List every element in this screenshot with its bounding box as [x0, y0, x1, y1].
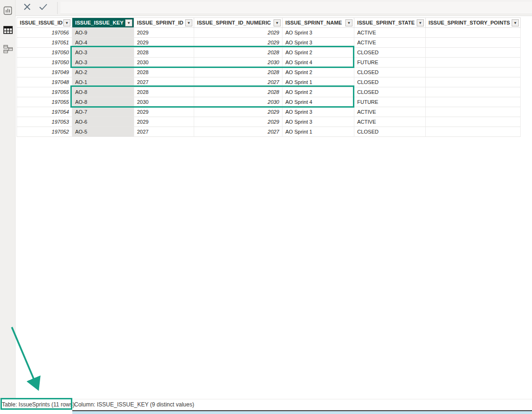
table-cell[interactable]	[426, 87, 521, 97]
table-cell[interactable]: 2028	[134, 87, 194, 97]
filter-dropdown-button[interactable]: ▾	[512, 19, 519, 26]
table-cell[interactable]: 2029	[194, 107, 283, 117]
filter-dropdown-button[interactable]: ▾	[125, 19, 132, 26]
table-cell[interactable]	[426, 127, 521, 137]
table-cell[interactable]: AO Sprint 4	[283, 58, 354, 68]
table-cell[interactable]: 197049	[17, 68, 72, 77]
table-cell[interactable]: 2028	[134, 68, 194, 77]
table-cell[interactable]: 2028	[194, 87, 283, 97]
table-cell[interactable]: 2027	[134, 127, 194, 137]
table-cell[interactable]: AO-3	[72, 58, 134, 68]
table-cell[interactable]: AO Sprint 2	[283, 68, 354, 77]
table-cell[interactable]: 2029	[134, 38, 194, 48]
table-cell[interactable]: 2029	[194, 28, 283, 38]
table-cell[interactable]: ACTIVE	[354, 107, 426, 117]
table-cell[interactable]: 2028	[194, 48, 283, 58]
table-cell[interactable]: CLOSED	[354, 127, 426, 137]
table-cell[interactable]: 2027	[194, 77, 283, 87]
table-cell[interactable]: 2027	[194, 127, 283, 137]
table-cell[interactable]: AO Sprint 1	[283, 127, 354, 137]
table-cell[interactable]: FUTURE	[354, 97, 426, 107]
table-cell[interactable]: AO-1	[72, 77, 134, 87]
model-view-button[interactable]	[0, 41, 16, 58]
column-header-issue_sprint_story_points[interactable]: ISSUE_SPRINT_STORY_POINTS▾	[426, 18, 521, 28]
table-cell[interactable]	[426, 77, 521, 87]
table-cell[interactable]: 197052	[17, 127, 72, 137]
table-cell[interactable]: CLOSED	[354, 87, 426, 97]
table-cell[interactable]: AO Sprint 3	[283, 117, 354, 127]
table-cell[interactable]: AO-8	[72, 97, 134, 107]
column-header-issue_issue_id[interactable]: ISSUE_ISSUE_ID▾	[17, 18, 72, 28]
table-cell[interactable]	[426, 38, 521, 48]
table-cell[interactable]: AO Sprint 4	[283, 97, 354, 107]
table-cell[interactable]: 197055	[17, 87, 72, 97]
table-cell[interactable]	[426, 97, 521, 107]
filter-dropdown-button[interactable]: ▾	[345, 19, 352, 26]
table-cell[interactable]: 2030	[134, 97, 194, 107]
table-cell[interactable]: AO-6	[72, 117, 134, 127]
column-header-issue_sprint_id[interactable]: ISSUE_SPRINT_ID▾	[134, 18, 194, 28]
chevron-down-icon: ▾	[128, 21, 129, 25]
column-header-issue_sprint_id_numeric[interactable]: ISSUE_SPRINT_ID_NUMERIC▾	[194, 18, 283, 28]
table-cell[interactable]	[426, 48, 521, 58]
table-cell[interactable]: AO Sprint 2	[283, 48, 354, 58]
table-cell[interactable]: AO Sprint 3	[283, 107, 354, 117]
table-cell[interactable]: ACTIVE	[354, 117, 426, 127]
table-cell[interactable]: 2029	[134, 117, 194, 127]
table-cell[interactable]: AO Sprint 3	[283, 28, 354, 38]
table-cell[interactable]: 197056	[17, 28, 72, 38]
table-cell[interactable]: AO Sprint 3	[283, 38, 354, 48]
table-cell[interactable]: AO Sprint 1	[283, 77, 354, 87]
table-cell[interactable]	[426, 68, 521, 77]
table-cell[interactable]: CLOSED	[354, 68, 426, 77]
table-cell[interactable]: 2029	[134, 107, 194, 117]
filter-dropdown-button[interactable]: ▾	[274, 19, 281, 26]
table-cell[interactable]: 197055	[17, 97, 72, 107]
commit-button[interactable]	[35, 1, 51, 15]
column-header-issue_sprint_name[interactable]: ISSUE_SPRINT_NAME▾	[283, 18, 354, 28]
formula-bar-input[interactable]	[60, 2, 532, 14]
table-grid-icon	[3, 26, 13, 34]
table-cell[interactable]: AO-2	[72, 68, 134, 77]
table-cell[interactable]: 197051	[17, 38, 72, 48]
table-cell[interactable]: ACTIVE	[354, 28, 426, 38]
table-cell[interactable]: CLOSED	[354, 48, 426, 58]
column-header-issue_sprint_state[interactable]: ISSUE_SPRINT_STATE▾	[354, 18, 426, 28]
table-cell[interactable]: 197050	[17, 48, 72, 58]
table-cell[interactable]: FUTURE	[354, 58, 426, 68]
table-cell[interactable]: AO-3	[72, 48, 134, 58]
table-cell[interactable]	[426, 107, 521, 117]
table-cell[interactable]: CLOSED	[354, 77, 426, 87]
table-cell[interactable]: 2029	[194, 38, 283, 48]
report-view-button[interactable]	[0, 2, 16, 19]
filter-dropdown-button[interactable]: ▾	[185, 19, 192, 26]
table-cell[interactable]: AO-5	[72, 127, 134, 137]
table-cell[interactable]: 2028	[194, 68, 283, 77]
table-cell[interactable]	[426, 117, 521, 127]
table-cell[interactable]: 2030	[194, 58, 283, 68]
table-row: 197056AO-920292029AO Sprint 3ACTIVE	[17, 28, 521, 38]
table-cell[interactable]: 197050	[17, 58, 72, 68]
table-cell[interactable]: AO Sprint 2	[283, 87, 354, 97]
table-cell[interactable]: 197053	[17, 117, 72, 127]
table-cell[interactable]: 2027	[134, 77, 194, 87]
table-cell[interactable]: AO-8	[72, 87, 134, 97]
table-cell[interactable]: 2028	[134, 48, 194, 58]
data-view-button[interactable]	[0, 21, 16, 38]
table-cell[interactable]: AO-4	[72, 38, 134, 48]
table-cell[interactable]: AO-7	[72, 107, 134, 117]
table-cell[interactable]: 2029	[134, 28, 194, 38]
table-cell[interactable]: 2029	[194, 117, 283, 127]
filter-dropdown-button[interactable]: ▾	[63, 19, 70, 26]
table-cell[interactable]: AO-9	[72, 28, 134, 38]
table-cell[interactable]: 197054	[17, 107, 72, 117]
table-cell[interactable]: 2030	[134, 58, 194, 68]
filter-dropdown-button[interactable]: ▾	[417, 19, 424, 26]
table-cell[interactable]	[426, 58, 521, 68]
table-cell[interactable]: 197048	[17, 77, 72, 87]
table-cell[interactable]: 2030	[194, 97, 283, 107]
table-cell[interactable]: ACTIVE	[354, 38, 426, 48]
cancel-button[interactable]	[19, 1, 34, 15]
table-cell[interactable]	[426, 28, 521, 38]
column-header-issue_issue_key[interactable]: ISSUE_ISSUE_KEY▾	[72, 18, 134, 28]
